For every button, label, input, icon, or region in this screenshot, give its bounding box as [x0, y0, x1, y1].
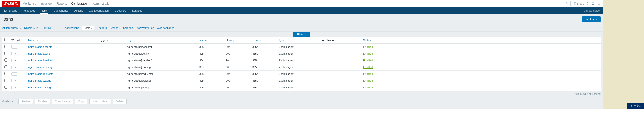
subnav-actions[interactable]: Actions: [74, 8, 84, 14]
svg-point-0: [567, 2, 568, 4]
row-checkbox[interactable]: [4, 72, 8, 75]
item-history: 90d: [224, 57, 250, 64]
item-interval: 30s: [198, 64, 224, 71]
col-type[interactable]: Type: [277, 37, 320, 44]
item-history: 90d: [224, 84, 250, 91]
subnav-hosts[interactable]: Hosts: [40, 8, 48, 14]
user-icon[interactable]: [592, 2, 594, 6]
cloud-icon: [630, 104, 633, 108]
col-name[interactable]: Name ▲: [26, 37, 96, 44]
item-name-link[interactable]: nginx status requests: [28, 72, 53, 75]
bulk-clearhistory-button[interactable]: Clear history: [52, 99, 73, 104]
subnav-discovery[interactable]: Discovery: [114, 8, 126, 14]
create-item-button[interactable]: Create item: [582, 17, 600, 22]
item-name-link[interactable]: nginx status accepts: [28, 45, 52, 48]
item-trends: 365d: [250, 50, 277, 57]
subnav-eventcorrelation[interactable]: Event correlation: [88, 8, 110, 14]
row-checkbox[interactable]: [4, 59, 8, 62]
item-status-link[interactable]: Enabled: [363, 72, 373, 75]
item-key: nginx.status[reading]: [125, 64, 198, 71]
row-checkbox[interactable]: [4, 65, 8, 68]
wizard-button[interactable]: •••: [11, 86, 17, 89]
tab-triggers[interactable]: Triggers: [97, 26, 107, 29]
wizard-button[interactable]: •••: [11, 72, 17, 76]
breadcrumb-all-templates[interactable]: All templates: [2, 26, 18, 29]
table-row: •••nginx status waitingnginx.status[wait…: [2, 77, 600, 84]
item-status-link[interactable]: Enabled: [363, 86, 373, 89]
cloud-badge[interactable]: 百度云: [627, 103, 644, 109]
item-type: Zabbix agent: [277, 84, 320, 91]
topnav-configuration[interactable]: Configuration: [71, 2, 88, 5]
subnav-services[interactable]: Services: [132, 8, 143, 14]
svg-line-1: [568, 4, 569, 4]
filter-toggle[interactable]: Filter ▾: [293, 32, 310, 37]
topnav-monitoring[interactable]: Monitoring: [23, 2, 36, 5]
item-type: Zabbix agent: [277, 57, 320, 64]
tab-applications[interactable]: Applications: [65, 26, 79, 29]
item-name-link[interactable]: nginx status active: [28, 52, 50, 55]
bulk-disable-button[interactable]: Disable: [35, 99, 50, 104]
bulk-enable-button[interactable]: Enable: [18, 99, 33, 104]
row-checkbox[interactable]: [4, 79, 8, 82]
tab-web-scenarios[interactable]: Web scenarios: [157, 26, 174, 29]
item-history: 90d: [224, 44, 250, 50]
items-table: Wizard Name ▲ Triggers Key Interval Hist…: [2, 37, 600, 91]
col-status[interactable]: Status: [361, 37, 600, 44]
subnav-templates[interactable]: Templates: [22, 8, 36, 14]
row-checkbox[interactable]: [4, 86, 8, 89]
item-key: nginx.status[accepts]: [125, 44, 198, 50]
tab-graphs[interactable]: Graphs2: [110, 26, 120, 29]
selected-count: 0 selected: [2, 100, 14, 103]
item-name-link[interactable]: nginx status reading: [28, 66, 52, 69]
tab-items[interactable]: Items7: [82, 26, 94, 30]
item-name-link[interactable]: nginx status handled: [28, 59, 52, 62]
search-input[interactable]: [525, 1, 571, 6]
item-status-link[interactable]: Enabled: [363, 66, 373, 69]
col-wizard: Wizard: [10, 37, 26, 44]
col-applications: Applications: [320, 37, 361, 44]
item-type: Zabbix agent: [277, 44, 320, 50]
top-nav: ZABBIX Monitoring Inventory Reports Conf…: [0, 0, 603, 7]
col-interval[interactable]: Interval: [198, 37, 224, 44]
select-all-checkbox[interactable]: [4, 38, 8, 41]
item-status-link[interactable]: Enabled: [363, 59, 373, 62]
col-history[interactable]: History: [224, 37, 250, 44]
logout-icon[interactable]: [598, 2, 600, 6]
bulk-action-bar: 0 selected Enable Disable Clear history …: [0, 96, 603, 106]
share-button[interactable]: Share: [574, 2, 584, 5]
topnav-administration[interactable]: Administration: [93, 2, 111, 5]
tab-discovery-rules[interactable]: Discovery rules: [136, 26, 154, 29]
col-trends[interactable]: Trends: [250, 37, 277, 44]
item-interval: 30s: [198, 84, 224, 91]
breadcrumb-template[interactable]: NGINX STATUS MONITOR: [24, 26, 56, 29]
wizard-button[interactable]: •••: [11, 45, 17, 49]
filter-bar: Filter ▾: [0, 32, 603, 37]
wizard-button[interactable]: •••: [11, 65, 17, 69]
wizard-button[interactable]: •••: [11, 79, 17, 82]
row-checkbox[interactable]: [4, 52, 8, 55]
help-icon[interactable]: ?: [587, 2, 588, 5]
svg-point-3: [592, 2, 594, 3]
topnav-reports[interactable]: Reports: [57, 2, 67, 5]
svg-point-7: [631, 106, 632, 106]
wizard-button[interactable]: •••: [11, 52, 17, 55]
subnav-hostgroups[interactable]: Host groups: [2, 8, 18, 14]
subnav-maintenance[interactable]: Maintenance: [53, 8, 69, 14]
item-status-link[interactable]: Enabled: [363, 45, 373, 48]
row-checkbox[interactable]: [4, 45, 8, 48]
wizard-button[interactable]: •••: [11, 59, 17, 62]
bulk-copy-button[interactable]: Copy: [75, 99, 88, 104]
topnav-menu: Monitoring Inventory Reports Configurati…: [23, 2, 111, 5]
topnav-inventory[interactable]: Inventory: [40, 2, 52, 5]
logo[interactable]: ZABBIX: [2, 1, 20, 7]
tab-screens[interactable]: Screens: [123, 26, 133, 29]
item-status-link[interactable]: Enabled: [363, 52, 373, 55]
item-name-link[interactable]: nginx status writing: [28, 86, 51, 89]
item-name-link[interactable]: nginx status waiting: [28, 79, 51, 82]
item-trends: 365d: [250, 64, 277, 71]
col-key[interactable]: Key: [125, 37, 198, 44]
item-type: Zabbix agent: [277, 71, 320, 77]
bulk-massupdate-button[interactable]: Mass update: [90, 99, 111, 104]
bulk-delete-button[interactable]: Delete: [113, 99, 127, 104]
item-status-link[interactable]: Enabled: [363, 79, 373, 82]
